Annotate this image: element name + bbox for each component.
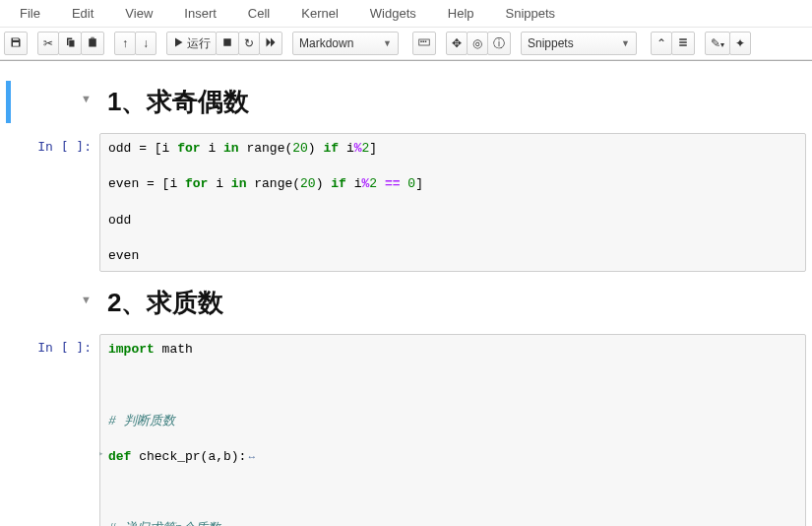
menu-cell[interactable]: Cell bbox=[232, 0, 285, 27]
input-prompt: In [ ]: bbox=[37, 139, 92, 272]
snippets-select[interactable]: Snippets ▼ bbox=[521, 32, 637, 55]
run-button-label: 运行 bbox=[187, 35, 211, 52]
menu-help[interactable]: Help bbox=[432, 0, 490, 27]
cut-button[interactable]: ✂ bbox=[37, 32, 59, 55]
command-palette-button[interactable] bbox=[412, 32, 436, 55]
play-icon bbox=[172, 36, 184, 51]
heading-1: 1、求奇偶数 bbox=[107, 85, 798, 119]
code-input[interactable]: odd = [i for i in range(20) if i%2] even… bbox=[99, 133, 806, 272]
copy-icon bbox=[64, 36, 76, 51]
notebook-container: ▼ 1、求奇偶数 In [ ]: odd = [i for i in range… bbox=[0, 61, 812, 526]
cell-markdown-2[interactable]: ▼ 2、求质数 bbox=[6, 282, 806, 324]
save-button[interactable] bbox=[4, 32, 28, 55]
copy-button[interactable] bbox=[58, 32, 82, 55]
toc-list-button[interactable] bbox=[671, 32, 695, 55]
markdown-rendered[interactable]: 2、求质数 bbox=[99, 282, 806, 324]
heading-2: 2、求质数 bbox=[107, 286, 798, 320]
brush-button[interactable]: ✎▾ bbox=[705, 32, 730, 55]
arrow-up-icon: ↑ bbox=[122, 36, 128, 50]
eraser-button[interactable]: ✦ bbox=[729, 32, 751, 55]
restart-run-all-button[interactable] bbox=[259, 32, 282, 55]
cell-type-select[interactable]: Markdown ▼ bbox=[292, 32, 399, 55]
cell-code-2[interactable]: In [ ]: import math # 判断质数 ▸def check_pr… bbox=[6, 334, 806, 526]
menu-file[interactable]: File bbox=[4, 0, 56, 27]
move-icon: ✥ bbox=[452, 36, 462, 50]
collapse-toggle-icon[interactable]: ▼ bbox=[81, 288, 92, 324]
target-button[interactable]: ◎ bbox=[467, 32, 488, 55]
svg-rect-4 bbox=[425, 40, 427, 42]
code-text: odd = [i for i in range(20) if i%2] even… bbox=[108, 140, 797, 265]
caret-down-icon: ▼ bbox=[621, 38, 630, 48]
code-text: import math # 判断质数 ▸def check_pr(a,b):↔ … bbox=[108, 341, 797, 526]
toolbar: ✂ ↑ ↓ 运行 ↻ Markdown ▼ ✥ ◎ ⓘ Snippets ▼ bbox=[0, 28, 812, 60]
interrupt-button[interactable] bbox=[216, 32, 239, 55]
fast-forward-icon bbox=[265, 36, 277, 51]
markdown-rendered[interactable]: 1、求奇偶数 bbox=[99, 81, 806, 123]
cell-markdown-1[interactable]: ▼ 1、求奇偶数 bbox=[6, 81, 806, 123]
svg-rect-0 bbox=[223, 38, 231, 46]
menu-view[interactable]: View bbox=[109, 0, 168, 27]
menu-widgets[interactable]: Widgets bbox=[354, 0, 432, 27]
cut-icon: ✂ bbox=[43, 36, 53, 50]
menu-bar: File Edit View Insert Cell Kernel Widget… bbox=[0, 0, 812, 28]
caret-down-icon: ▼ bbox=[383, 38, 392, 48]
paste-icon bbox=[87, 36, 98, 51]
arrow-down-icon: ↓ bbox=[143, 36, 149, 50]
menu-insert[interactable]: Insert bbox=[168, 0, 232, 27]
run-button[interactable]: 运行 bbox=[166, 32, 217, 55]
restart-button[interactable]: ↻ bbox=[238, 32, 260, 55]
keyboard-icon bbox=[418, 36, 430, 51]
collapse-toggle-icon[interactable]: ▼ bbox=[81, 87, 92, 123]
menu-snippets[interactable]: Snippets bbox=[490, 0, 572, 27]
restart-icon: ↻ bbox=[244, 36, 254, 50]
snippets-label: Snippets bbox=[528, 36, 574, 50]
target-icon: ◎ bbox=[472, 36, 482, 50]
cell-type-value: Markdown bbox=[299, 36, 353, 50]
paste-button[interactable] bbox=[81, 32, 104, 55]
info-icon: ⓘ bbox=[493, 35, 505, 52]
svg-rect-2 bbox=[420, 40, 422, 42]
move-down-button[interactable]: ↓ bbox=[135, 32, 156, 55]
save-icon bbox=[10, 36, 22, 51]
svg-rect-3 bbox=[423, 40, 425, 42]
move-button[interactable]: ✥ bbox=[446, 32, 468, 55]
move-up-button[interactable]: ↑ bbox=[114, 32, 136, 55]
cell-code-1[interactable]: In [ ]: odd = [i for i in range(20) if i… bbox=[6, 133, 806, 272]
stop-icon bbox=[221, 36, 233, 51]
eraser-icon: ✦ bbox=[735, 36, 745, 50]
code-input[interactable]: import math # 判断质数 ▸def check_pr(a,b):↔ … bbox=[99, 334, 806, 526]
info-button[interactable]: ⓘ bbox=[487, 32, 511, 55]
list-icon bbox=[677, 36, 689, 51]
input-prompt: In [ ]: bbox=[37, 340, 92, 526]
menu-kernel[interactable]: Kernel bbox=[285, 0, 354, 27]
toc-up-button[interactable]: ⌃ bbox=[651, 32, 672, 55]
menu-edit[interactable]: Edit bbox=[56, 0, 109, 27]
brush-icon: ✎▾ bbox=[711, 36, 724, 50]
chevron-up-icon: ⌃ bbox=[656, 36, 666, 50]
